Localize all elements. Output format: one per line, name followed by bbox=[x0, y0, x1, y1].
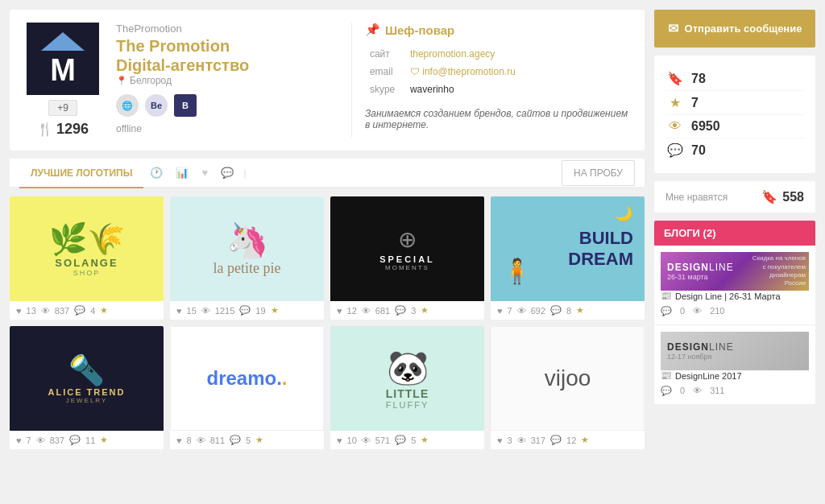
portfolio-item[interactable]: dreamo.. ♥ 8 👁 811 💬 5 ★ bbox=[170, 326, 324, 449]
portfolio-stats-6: ♥ 8 👁 811 💬 5 ★ bbox=[170, 431, 324, 449]
views-stat: 👁 6950 bbox=[665, 115, 804, 138]
pin-icon: 📌 bbox=[365, 23, 380, 37]
comment-icon: 💬 bbox=[69, 435, 81, 445]
portfolio-thumb-7: 🐼 LITTLE FLUFFY bbox=[330, 326, 484, 431]
globe-icon[interactable]: 🌐 bbox=[116, 94, 139, 117]
message-button[interactable]: ✉ Отправить сообщение bbox=[654, 10, 815, 48]
location-icon: 📍 bbox=[116, 76, 127, 86]
star-icon: ★ bbox=[100, 305, 108, 316]
star-icon: ★ bbox=[421, 435, 429, 445]
rating-row: 🍴 1296 bbox=[37, 121, 89, 138]
bookmark-icon: 🔖 bbox=[665, 71, 685, 86]
envelope-icon: ✉ bbox=[668, 21, 678, 36]
portfolio-item[interactable]: ⊕ SPECIAL MOMENTS ♥ 12 👁 681 💬 3 ★ bbox=[330, 196, 484, 320]
profile-username: ThePromotion bbox=[116, 23, 338, 35]
heart-stat-icon: ♥ bbox=[16, 306, 22, 316]
social-links: 🌐 Be B bbox=[116, 94, 338, 117]
eye-icon: 👁 bbox=[201, 306, 210, 316]
portfolio-item[interactable]: BUILDDREAM 🌙 🧍 ♥ 7 👁 692 💬 8 ★ bbox=[491, 196, 645, 320]
avatar-section: M +9 🍴 1296 bbox=[23, 23, 103, 138]
star-icon: ★ bbox=[581, 435, 589, 445]
portfolio-thumb-2: 🦄 la petite pie bbox=[170, 196, 324, 301]
blog-banner-1: DESIGNLINE 26-31 марта Скидка на членов … bbox=[661, 252, 809, 291]
star-sidebar-icon: ★ bbox=[665, 95, 685, 110]
tab-best-logos[interactable]: ЛУЧШИЕ ЛОГОТИПЫ bbox=[19, 159, 143, 188]
comment-blog-icon: 💬 bbox=[661, 306, 672, 316]
solange-leaves-icon: 🌿🌾 bbox=[49, 221, 125, 257]
fork-icon: 🍴 bbox=[37, 122, 53, 137]
comment-icon: 💬 bbox=[230, 435, 241, 445]
clock-icon[interactable]: 🕐 bbox=[143, 159, 169, 187]
girl-figure: 🧍 bbox=[502, 257, 532, 285]
contact-row-email: email 🛡 info@thepromotion.ru bbox=[365, 63, 632, 81]
blog-stats-1: 💬 0 👁 210 bbox=[661, 304, 809, 318]
star-icon: ★ bbox=[271, 305, 279, 316]
tab-trial[interactable]: НА ПРОБУ bbox=[562, 160, 635, 186]
lamp-icon: 🔦 bbox=[68, 353, 105, 387]
tab-separator: | bbox=[240, 167, 249, 179]
heart-stat-icon: ♥ bbox=[497, 436, 503, 445]
heart-stat-icon: ♥ bbox=[337, 306, 342, 316]
portfolio-thumb-4: BUILDDREAM 🌙 🧍 bbox=[491, 196, 645, 301]
contact-table: сайт thepromotion.agecy email 🛡 info@the… bbox=[365, 45, 632, 98]
portfolio-thumb-1: 🌿🌾 SOLANGE SHOP bbox=[10, 196, 164, 301]
portfolio-stats-7: ♥ 10 👁 571 💬 5 ★ bbox=[330, 431, 484, 449]
portfolio-thumb-6: dreamo.. bbox=[170, 326, 324, 431]
comment-icon: 💬 bbox=[239, 305, 251, 316]
chef-section: 📌 Шеф-повар сайт thepromotion.agecy emai… bbox=[351, 23, 632, 138]
chart-icon[interactable]: 📊 bbox=[169, 159, 195, 187]
blog-item-1[interactable]: DESIGNLINE 26-31 марта Скидка на членов … bbox=[654, 246, 815, 325]
heart-stat-icon: ♥ bbox=[337, 436, 342, 445]
rating-value: 1296 bbox=[56, 121, 89, 138]
blogs-section: БЛОГИ (2) DESIGNLINE 26-31 марта Скидка … bbox=[654, 221, 815, 404]
eye-icon: 👁 bbox=[362, 306, 371, 316]
stars-stat: ★ 7 bbox=[665, 91, 804, 115]
portfolio-grid: 🌿🌾 SOLANGE SHOP ♥ 13 👁 837 💬 4 ★ bbox=[10, 196, 645, 449]
blog-title-2: 📰 DesignLine 2017 bbox=[661, 370, 809, 381]
portfolio-item[interactable]: 🌿🌾 SOLANGE SHOP ♥ 13 👁 837 💬 4 ★ bbox=[10, 196, 164, 320]
heart-stat-icon: ♥ bbox=[16, 436, 22, 445]
likes-row: Мне нравятся 🔖 558 bbox=[654, 181, 815, 213]
avatar: M bbox=[27, 23, 99, 95]
eye-blog2-icon: 👁 bbox=[693, 386, 702, 396]
contact-row-site: сайт thepromotion.agecy bbox=[365, 45, 632, 63]
svg-text:M: M bbox=[50, 53, 76, 87]
comment-icon: 💬 bbox=[550, 305, 562, 316]
eye-blog-icon: 👁 bbox=[693, 306, 702, 316]
star-icon: ★ bbox=[576, 305, 584, 316]
comment-icon: 💬 bbox=[395, 435, 406, 445]
tabs-bar: ЛУЧШИЕ ЛОГОТИПЫ 🕐 📊 ♥ 💬 | НА ПРОБУ bbox=[10, 159, 645, 188]
comment-icon: 💬 bbox=[550, 435, 562, 445]
portfolio-item[interactable]: vijoo ♥ 3 👁 317 💬 12 ★ bbox=[491, 326, 645, 449]
bnet-icon[interactable]: B bbox=[174, 94, 197, 117]
moon-icon: 🌙 bbox=[615, 204, 632, 222]
comment-tab-icon[interactable]: 💬 bbox=[214, 159, 240, 187]
blog-type-icon: 📰 bbox=[661, 291, 672, 301]
portfolio-thumb-8: vijoo bbox=[491, 326, 645, 431]
portfolio-stats-8: ♥ 3 👁 317 💬 12 ★ bbox=[491, 431, 645, 449]
eye-sidebar-icon: 👁 bbox=[665, 119, 685, 134]
portfolio-thumb-5: 🔦 ALICE TREND JEWELRY bbox=[10, 326, 164, 431]
profile-name: The Promotion Digital-агентство bbox=[116, 36, 338, 75]
eye-icon: 👁 bbox=[362, 436, 371, 445]
heart-stat-icon: ♥ bbox=[497, 306, 503, 316]
blog-item-2[interactable]: DESIGNLINE 12-17 ноября 📰 DesignLine 201… bbox=[654, 325, 815, 404]
blog-type-icon-2: 📰 bbox=[661, 370, 672, 381]
likes-bookmark-icon: 🔖 bbox=[761, 189, 777, 204]
portfolio-stats-3: ♥ 12 👁 681 💬 3 ★ bbox=[330, 301, 484, 320]
profile-location: 📍 Белгород bbox=[116, 75, 338, 86]
portfolio-stats-1: ♥ 13 👁 837 💬 4 ★ bbox=[10, 301, 164, 320]
behance-icon[interactable]: Be bbox=[145, 94, 168, 117]
heart-stat-icon: ♥ bbox=[176, 436, 182, 445]
comments-stat: 💬 70 bbox=[665, 138, 804, 162]
comment-sidebar-icon: 💬 bbox=[665, 143, 685, 158]
portfolio-item[interactable]: 🐼 LITTLE FLUFFY ♥ 10 👁 571 💬 5 ★ bbox=[330, 326, 484, 449]
portfolio-stats-2: ♥ 15 👁 1215 💬 19 ★ bbox=[170, 301, 324, 320]
portfolio-item[interactable]: 🦄 la petite pie ♥ 15 👁 1215 💬 19 ★ bbox=[170, 196, 324, 320]
profile-info: ThePromotion The Promotion Digital-агент… bbox=[116, 23, 338, 138]
chef-title: 📌 Шеф-повар bbox=[365, 23, 632, 37]
heart-icon[interactable]: ♥ bbox=[195, 159, 214, 187]
portfolio-item[interactable]: 🔦 ALICE TREND JEWELRY ♥ 7 👁 837 💬 11 ★ bbox=[10, 326, 164, 449]
eye-icon: 👁 bbox=[517, 306, 526, 316]
eye-icon: 👁 bbox=[41, 306, 50, 316]
